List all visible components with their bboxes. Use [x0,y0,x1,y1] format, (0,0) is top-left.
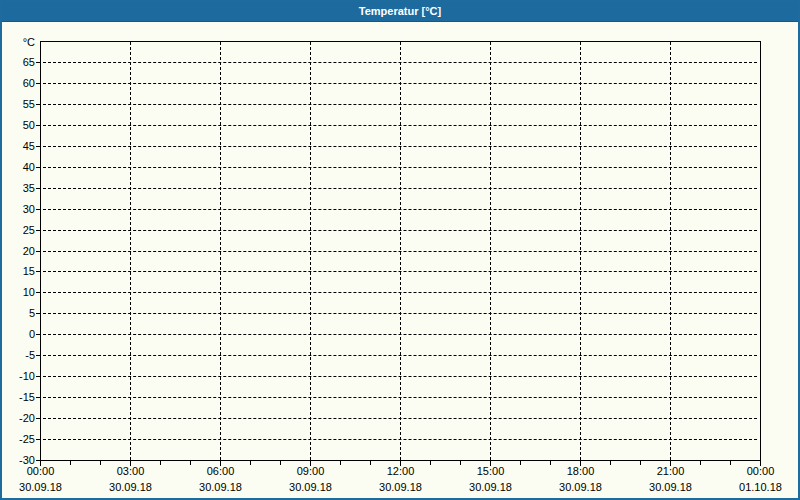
y-tick [36,313,40,314]
y-tick [36,292,40,293]
y-tick [36,83,40,84]
v-gridline [670,42,671,460]
v-gridline [310,42,311,460]
x-minor-tick [520,461,521,465]
v-gridline [580,42,581,460]
x-time-label: 15:00 [460,465,521,477]
y-tick [36,62,40,63]
x-minor-tick [700,461,701,465]
y-tick [36,167,40,168]
y-tick [36,271,40,272]
y-tick-label: 65 [2,56,35,68]
x-date-label: 30.09.18 [190,481,251,493]
x-date-label: 30.09.18 [460,481,521,493]
y-tick [36,209,40,210]
y-tick [36,230,40,231]
x-minor-tick [610,461,611,465]
y-tick-label: 50 [2,119,35,131]
x-date-label: 30.09.18 [100,481,161,493]
y-tick [36,146,40,147]
y-tick [36,104,40,105]
x-time-label: 21:00 [640,465,701,477]
x-minor-tick [250,461,251,465]
y-tick-label: 30 [2,203,35,215]
y-tick-label: 10 [2,286,35,298]
y-tick-label: 15 [2,265,35,277]
x-date-label: 30.09.18 [280,481,341,493]
y-tick-label: -25 [2,433,35,445]
x-date-label: 30.09.18 [10,481,71,493]
chart-title: Temperatur [°C] [359,5,441,17]
y-tick [36,376,40,377]
y-tick [36,251,40,252]
y-tick [36,188,40,189]
x-time-label: 12:00 [370,465,431,477]
v-gridline [220,42,221,460]
y-tick [36,418,40,419]
v-gridline [400,42,401,460]
x-date-label: 30.09.18 [640,481,701,493]
x-time-label: 06:00 [190,465,251,477]
x-time-label: 03:00 [100,465,161,477]
x-minor-tick [340,461,341,465]
x-date-label: 01.10.18 [730,481,791,493]
x-time-label: 00:00 [730,465,791,477]
x-date-label: 30.09.18 [370,481,431,493]
y-tick [36,334,40,335]
chart-content: 65605550454035302520151050-5-10-15-20-25… [2,2,798,498]
temperature-chart-window: Temperatur [°C] 656055504540353025201510… [0,0,800,500]
y-tick [36,439,40,440]
x-time-label: 09:00 [280,465,341,477]
y-tick-label: 0 [2,328,35,340]
y-tick [36,125,40,126]
x-minor-tick [70,461,71,465]
y-tick-label: 45 [2,140,35,152]
x-time-label: 18:00 [550,465,611,477]
y-tick [36,355,40,356]
x-minor-tick [430,461,431,465]
y-axis-unit-label: °C [2,36,35,48]
y-tick-label: 55 [2,98,35,110]
y-tick-label: -10 [2,370,35,382]
title-bar: Temperatur [°C] [2,2,798,22]
y-tick-label: 40 [2,161,35,173]
y-tick [36,397,40,398]
y-tick-label: 5 [2,307,35,319]
v-gridline [490,42,491,460]
y-tick-label: 20 [2,245,35,257]
v-gridline [130,42,131,460]
y-tick-label: -20 [2,412,35,424]
y-tick-label: -5 [2,349,35,361]
x-minor-tick [160,461,161,465]
y-tick-label: -15 [2,391,35,403]
x-date-label: 30.09.18 [550,481,611,493]
x-time-label: 00:00 [10,465,71,477]
y-tick-label: 60 [2,77,35,89]
y-tick-label: 25 [2,224,35,236]
y-tick-label: 35 [2,182,35,194]
